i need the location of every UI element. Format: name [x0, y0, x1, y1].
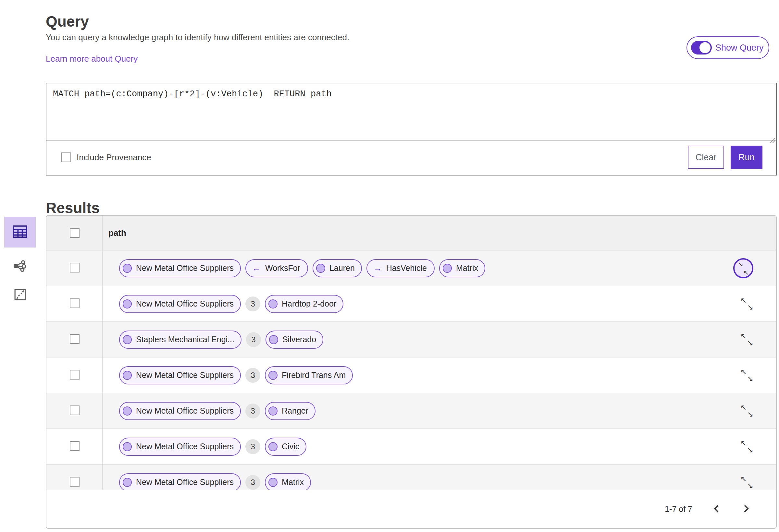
arrow-up-left-icon: ↖ — [740, 475, 746, 483]
entity-node-icon — [123, 478, 132, 487]
expand-row-button[interactable]: ↖↘ — [740, 476, 754, 489]
arrow-up-left-icon: ↖ — [740, 296, 746, 305]
entity-chip[interactable]: Lauren — [313, 259, 362, 277]
entity-chip[interactable]: Civic — [265, 438, 306, 456]
chip-label: New Metal Office Suppliers — [136, 371, 234, 380]
row-expand-cell: ↖↘ — [740, 404, 754, 417]
expand-row-button[interactable]: ↖↘ — [740, 333, 754, 346]
entity-node-icon — [443, 264, 452, 273]
chip-label: Hardtop 2-door — [282, 299, 336, 309]
entity-chip[interactable]: Silverado — [265, 331, 323, 349]
arrow-up-left-icon: ↖ — [740, 368, 746, 376]
entity-chip[interactable]: Ranger — [265, 402, 315, 420]
entity-node-icon — [268, 478, 278, 487]
entity-chip[interactable]: Matrix — [439, 259, 485, 277]
expand-row-button[interactable]: ↖↘ — [740, 404, 754, 417]
row-checkbox[interactable] — [70, 405, 79, 415]
graph-network-icon — [13, 260, 27, 273]
entity-node-icon — [123, 371, 132, 380]
row-checkbox[interactable] — [70, 298, 79, 308]
row-checkbox-cell — [70, 405, 79, 416]
row-checkbox-cell — [70, 263, 79, 274]
table-row: New Metal Office Suppliers3Ranger↖↘ — [46, 393, 776, 429]
row-checkbox-cell — [70, 334, 79, 345]
hop-count-badge: 3 — [245, 404, 260, 418]
chip-label: Matrix — [456, 263, 478, 273]
entity-chip[interactable]: New Metal Office Suppliers — [119, 438, 241, 456]
row-checkbox[interactable] — [70, 477, 79, 486]
pagination-range-label: 1-7 of 7 — [665, 505, 692, 514]
hop-count-badge: 3 — [245, 475, 260, 490]
results-table: path New Metal Office Suppliers←WorksFor… — [46, 215, 777, 529]
hop-count-badge: 3 — [245, 439, 260, 454]
learn-more-link[interactable]: Learn more about Query — [46, 54, 138, 64]
table-row: Staplers Mechanical Engi...3Silverado↖↘ — [46, 322, 776, 357]
path-cell: Staplers Mechanical Engi...3Silverado — [119, 331, 323, 349]
graph-view-button[interactable] — [4, 255, 36, 278]
expand-row-button[interactable]: ↖↘ — [740, 297, 754, 311]
arrow-down-right-icon: ↘ — [738, 260, 743, 268]
entity-chip[interactable]: Matrix — [265, 473, 311, 491]
table-row: New Metal Office Suppliers3Civic↖↘ — [46, 429, 776, 465]
table-icon — [13, 225, 27, 240]
row-checkbox[interactable] — [70, 370, 79, 380]
relation-chip[interactable]: ←WorksFor — [245, 259, 308, 277]
path-cell: New Metal Office Suppliers3Firebird Tran… — [119, 366, 353, 384]
entity-chip[interactable]: Staplers Mechanical Engi... — [119, 331, 241, 349]
hop-count-badge: 3 — [245, 296, 260, 312]
row-checkbox[interactable] — [70, 263, 79, 272]
entity-chip[interactable]: New Metal Office Suppliers — [119, 295, 241, 313]
entity-node-icon — [123, 335, 132, 344]
previous-page-button[interactable] — [711, 502, 722, 516]
entity-node-icon — [123, 264, 132, 273]
column-divider — [102, 216, 103, 491]
view-switcher — [4, 217, 36, 307]
chip-label: New Metal Office Suppliers — [136, 477, 234, 487]
include-provenance-checkbox[interactable] — [61, 152, 71, 162]
toggle-on-icon[interactable] — [691, 41, 712, 55]
expand-row-button[interactable]: ↖↘ — [740, 369, 754, 382]
hop-count-badge: 3 — [246, 332, 261, 347]
relation-arrow-left-icon: ← — [252, 264, 261, 273]
table-view-button[interactable] — [4, 217, 36, 248]
row-expand-cell: ↖↘ — [740, 476, 754, 489]
toggle-knob — [700, 42, 711, 53]
table-header-row: path — [46, 216, 776, 251]
path-cell: New Metal Office Suppliers3Civic — [119, 438, 306, 456]
row-checkbox[interactable] — [70, 441, 79, 451]
table-row: New Metal Office Suppliers3Hardtop 2-doo… — [46, 286, 776, 322]
entity-node-icon — [268, 300, 278, 309]
entity-node-icon — [316, 264, 325, 273]
path-cell: New Metal Office Suppliers3Ranger — [119, 402, 315, 420]
show-query-toggle[interactable]: Show Query — [686, 36, 769, 59]
next-page-button[interactable] — [740, 502, 752, 516]
entity-chip[interactable]: Firebird Trans Am — [265, 366, 353, 384]
chip-label: New Metal Office Suppliers — [136, 299, 234, 309]
chip-label: Silverado — [282, 335, 316, 344]
query-editor[interactable]: MATCH path=(c:Company)-[r*2]-(v:Vehicle)… — [46, 83, 776, 140]
chip-label: New Metal Office Suppliers — [136, 263, 234, 273]
collapse-row-button[interactable]: ↘↖ — [733, 258, 754, 278]
expand-row-button[interactable]: ↖↘ — [740, 440, 754, 453]
entity-chip[interactable]: New Metal Office Suppliers — [119, 473, 241, 491]
arrow-up-left-icon: ↖ — [740, 403, 746, 412]
chip-label: New Metal Office Suppliers — [136, 442, 234, 451]
entity-node-icon — [268, 406, 278, 415]
entity-chip[interactable]: New Metal Office Suppliers — [119, 366, 241, 384]
row-checkbox[interactable] — [70, 334, 79, 344]
clear-button[interactable]: Clear — [688, 146, 724, 169]
relation-chip[interactable]: →HasVehicle — [366, 259, 435, 277]
entity-chip[interactable]: Hardtop 2-door — [265, 295, 343, 313]
table-row: New Metal Office Suppliers3Matrix↖↘ — [46, 465, 776, 491]
table-row: New Metal Office Suppliers←WorksForLaure… — [46, 251, 776, 286]
entity-chip[interactable]: New Metal Office Suppliers — [119, 259, 241, 277]
select-all-checkbox[interactable] — [70, 228, 79, 238]
row-checkbox-cell — [70, 298, 79, 310]
run-button[interactable]: Run — [731, 146, 763, 169]
map-view-button[interactable] — [4, 284, 36, 307]
chip-label: Firebird Trans Am — [282, 371, 346, 380]
row-checkbox-cell — [70, 477, 79, 488]
row-expand-cell: ↖↘ — [740, 440, 754, 453]
entity-chip[interactable]: New Metal Office Suppliers — [119, 402, 241, 420]
query-panel-footer: Include Provenance Clear Run — [46, 140, 776, 174]
